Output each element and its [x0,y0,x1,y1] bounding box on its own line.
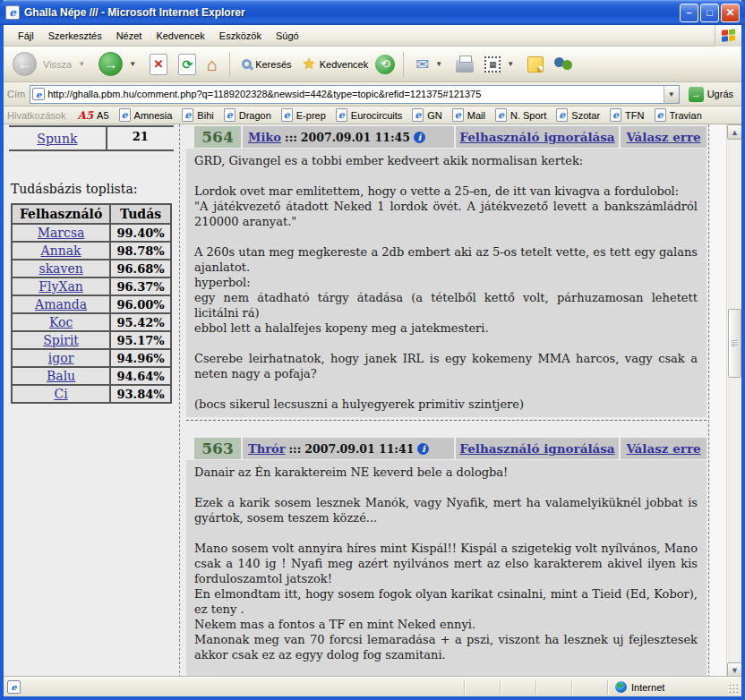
reply-link[interactable]: Válasz erre [626,441,700,456]
link-label: N. Sport [510,110,546,121]
user-link[interactable]: Ci [54,387,67,401]
links-bar: Hivatkozások A5 A5 eAmnesia eBihi eDrago… [4,107,741,124]
zone-label: Internet [631,682,664,693]
user-link[interactable]: Koc [49,315,73,329]
author-link[interactable]: Miko [248,131,281,144]
post-author-cell: Miko ::: 2007.09.01 11:45 i [243,126,454,148]
ignore-user-cell: Felhasználó ignorálása [456,126,619,148]
windows-logo [715,25,741,47]
scroll-down-icon[interactable]: ▼ [727,662,741,678]
post-body-564: GRD, Givangel es a tobbi ember kedveert … [186,149,706,417]
address-label: Cím [7,89,25,99]
close-button[interactable]: ✕ [721,4,740,22]
link-eprep[interactable]: eE-prep [281,108,326,122]
back-dropdown-icon[interactable]: ▼ [78,60,85,68]
menu-edit[interactable]: Szerkesztés [41,27,109,45]
menu-favorites[interactable]: Kedvencek [149,27,211,45]
link-travian[interactable]: eTravian [655,108,702,122]
info-icon[interactable]: i [414,132,425,143]
link-a5[interactable]: A5 A5 [77,109,108,122]
link-bihi[interactable]: eBihi [182,108,213,122]
sidebar: Spunk 21 Tudásbázis toplista: Felhasznál… [4,124,180,678]
menu-view[interactable]: Nézet [109,27,150,45]
links-bar-label: Hivatkozások [7,110,65,121]
post-author-cell: Thrór ::: 2007.09.01 11:41 i [243,438,454,459]
table-row: Annak98.78% [12,242,171,260]
link-mail[interactable]: eMail [452,108,485,122]
refresh-button[interactable]: ⟳ [178,54,196,75]
link-tfn[interactable]: eTFN [610,108,644,122]
info-icon[interactable]: i [417,443,429,455]
post-separator: ::: [285,131,297,144]
link-label: Eurocircuits [351,110,402,121]
link-amnesia[interactable]: eAmnesia [119,108,173,122]
menu-help[interactable]: Súgó [269,27,306,45]
table-row: igor94.96% [12,349,171,367]
scroll-up-icon[interactable]: ▲ [727,124,741,140]
user-link[interactable]: Spirit [43,333,79,347]
reply-cell: Válasz erre [621,438,706,459]
table-row: Amanda96.00% [12,295,171,313]
address-dropdown-icon[interactable]: ▼ [664,86,679,103]
edit-dropdown-icon[interactable]: ▼ [507,60,514,68]
favorites-button[interactable]: ★ Kedvencek [299,56,372,72]
mail-button[interactable]: ✉ ▼ [412,56,449,73]
mail-dropdown-icon[interactable]: ▼ [435,60,442,68]
ie-favicon: e [655,108,666,122]
scrollbar-thumb[interactable] [728,309,741,378]
link-gn[interactable]: eGN [412,108,442,122]
maximize-button[interactable]: □ [700,4,719,22]
a5-logo-icon: A5 [77,109,93,122]
toplist-header-score: Tudás [110,204,171,224]
edit-button[interactable]: ▦ ▼ [481,56,520,73]
discuss-button[interactable] [524,56,547,73]
toplist-title: Tudásbázis toplista: [11,182,179,196]
back-button[interactable]: ← Vissza ▼ [9,52,91,76]
favorites-label: Kedvencek [320,59,368,70]
go-button[interactable]: → Ugrás [684,85,738,104]
minimize-button[interactable]: – [680,4,698,22]
print-button[interactable] [452,56,477,73]
link-szotar[interactable]: eSzotar [556,108,600,122]
home-button[interactable]: ⌂ [207,55,218,73]
menu-file[interactable]: Fájl [11,27,41,45]
user-link[interactable]: Annak [41,243,81,258]
stop-button[interactable]: ✕ [150,54,167,75]
ignore-user-link[interactable]: Felhasználó ignorálása [459,130,614,144]
search-button[interactable]: Keresés [238,59,295,70]
menu-tools[interactable]: Eszközök [212,27,269,45]
link-nsport[interactable]: eN. Sport [495,108,546,122]
status-pane [500,680,535,695]
link-label: GN [427,110,442,121]
author-link[interactable]: Thrór [248,442,286,456]
user-link[interactable]: Marcsa [38,226,85,240]
forward-button[interactable]: → ▼ [95,52,142,76]
vertical-scrollbar[interactable]: ▲ ▼ [726,124,741,678]
link-eurocircuits[interactable]: eEurocircuits [336,108,402,122]
address-input[interactable] [47,87,663,102]
link-label: A5 [97,110,108,121]
messenger-button[interactable] [551,55,579,73]
link-label: Mail [467,110,485,121]
resize-grip[interactable] [728,683,740,695]
score-value: 93.84% [110,385,171,403]
table-row: Ci93.84% [12,385,171,403]
ie-favicon: e [452,108,464,122]
score-value: 98.78% [110,242,171,260]
forum-thread: 564 Miko ::: 2007.09.01 11:45 i Felhaszn… [186,124,709,678]
user-link-spunk[interactable]: Spunk [37,132,77,146]
link-dragon[interactable]: eDragon [224,108,271,122]
user-link[interactable]: Amanda [35,297,87,312]
user-link[interactable]: skaven [39,261,82,276]
user-link[interactable]: FlyXan [39,279,82,294]
forward-dropdown-icon[interactable]: ▼ [129,60,136,68]
mail-icon: ✉ [415,56,429,73]
link-label: Amnesia [134,110,173,121]
user-link[interactable]: Balu [47,369,75,383]
history-button[interactable]: ⟲ [375,55,395,74]
user-link[interactable]: igor [48,351,74,365]
security-zone-pane: Internet [607,680,741,695]
reply-link[interactable]: Válasz erre [626,130,700,144]
link-label: TFN [625,110,644,121]
ignore-user-link[interactable]: Felhasználó ignorálása [459,441,614,456]
